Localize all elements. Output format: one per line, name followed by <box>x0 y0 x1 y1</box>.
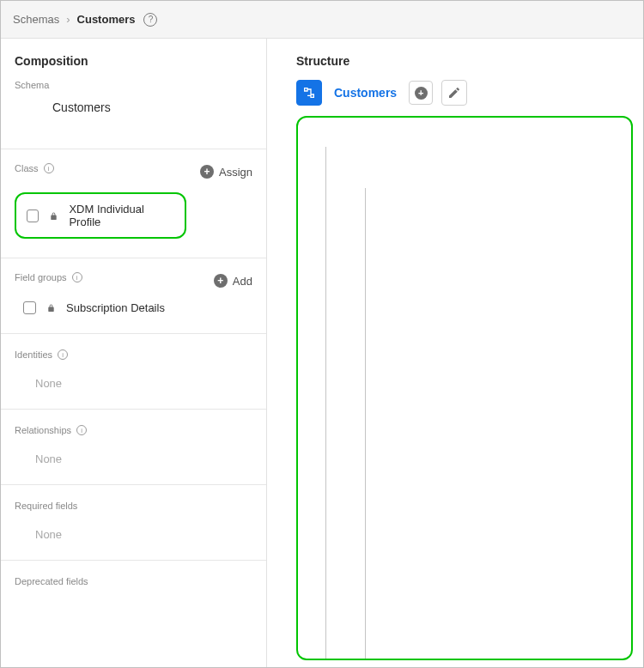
deprecated-label: Deprecated fields <box>15 576 252 586</box>
plus-icon: + <box>200 165 214 179</box>
identities-none: None <box>15 367 252 390</box>
info-icon[interactable]: i <box>44 163 54 173</box>
composition-panel: Composition Schema Customers Class i + A… <box>1 39 267 667</box>
add-field-button[interactable]: + <box>409 81 433 105</box>
required-none: None <box>15 518 252 541</box>
breadcrumb-parent[interactable]: Schemas <box>13 13 59 26</box>
assign-button[interactable]: + Assign <box>200 165 252 179</box>
fieldgroup-item[interactable]: Subscription Details <box>15 301 252 314</box>
structure-panel: Structure Customers + <box>267 39 643 667</box>
lock-icon <box>49 211 58 221</box>
schema-label: Schema <box>15 80 252 90</box>
help-icon[interactable]: ? <box>143 13 157 27</box>
tree-view-button[interactable] <box>296 80 322 106</box>
composition-title: Composition <box>15 54 252 68</box>
schema-name[interactable]: Customers <box>15 97 252 130</box>
add-button[interactable]: + Add <box>214 274 252 288</box>
required-label: Required fields <box>15 501 252 511</box>
lock-icon <box>46 303 56 313</box>
class-name: XDM Individual Profile <box>69 203 174 228</box>
relationships-none: None <box>15 442 252 465</box>
info-icon[interactable]: i <box>58 349 68 360</box>
fieldgroups-label: Field groups i <box>15 272 82 282</box>
identities-label: Identities i <box>15 349 252 360</box>
checkbox-icon[interactable] <box>27 210 39 222</box>
highlighted-fields-panel <box>296 116 633 660</box>
info-icon[interactable]: i <box>76 425 87 435</box>
info-icon[interactable]: i <box>72 272 82 282</box>
breadcrumb-current: Customers <box>77 13 136 26</box>
class-label: Class i <box>15 163 54 173</box>
relationships-label: Relationships i <box>15 425 252 435</box>
class-item[interactable]: XDM Individual Profile <box>15 192 186 239</box>
checkbox-icon[interactable] <box>23 301 36 314</box>
edit-button[interactable] <box>441 80 467 106</box>
breadcrumb-separator: › <box>66 13 70 26</box>
root-schema-name[interactable]: Customers <box>334 86 397 100</box>
fieldgroup-name: Subscription Details <box>66 301 165 314</box>
structure-title: Structure <box>296 54 633 68</box>
breadcrumb-bar: Schemas › Customers ? <box>1 1 643 39</box>
plus-icon: + <box>214 274 228 288</box>
